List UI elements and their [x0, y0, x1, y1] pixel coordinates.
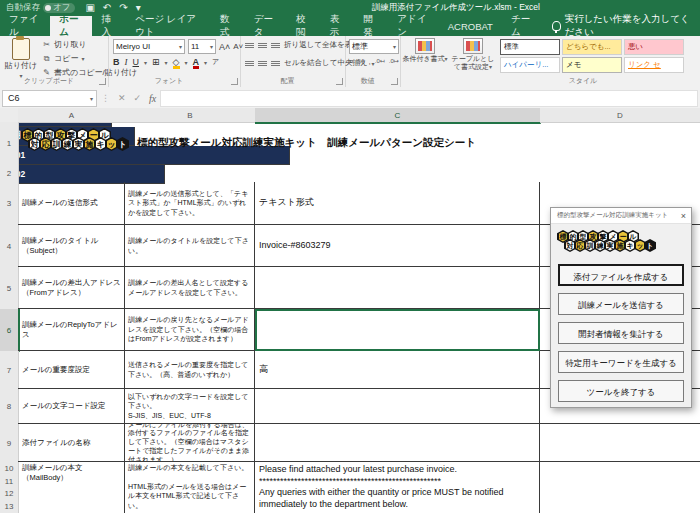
align-left-icon[interactable] — [245, 61, 254, 66]
conditional-formatting-button[interactable]: 条件付き書式▾ — [402, 38, 448, 63]
increase-decimal-icon[interactable]: .0↤ — [375, 57, 385, 66]
underline-button[interactable]: U — [133, 57, 140, 67]
row-header-6[interactable]: 6 — [0, 309, 20, 352]
align-center-icon[interactable] — [258, 61, 267, 66]
row-header-8[interactable]: 8 — [0, 389, 19, 425]
phonetic-guide-icon[interactable]: ア — [212, 57, 219, 67]
tab-developer[interactable]: 開発 — [355, 16, 389, 36]
formula-input[interactable] — [160, 90, 698, 107]
currency-icon[interactable]: ¤ — [349, 57, 353, 66]
exit-tool-button[interactable]: ツールを終了する — [558, 380, 684, 402]
cell-b9[interactable]: メールにファイルを添付する場合は、添付するファイルのファイル名を指定して下さい。… — [125, 424, 255, 462]
style-hyperlink[interactable]: ハイパーリ... — [500, 57, 560, 73]
row-header-1[interactable]: 1 — [0, 122, 19, 165]
cell-a10[interactable]: 訓練メールの本文 （MailBody） — [18, 462, 125, 513]
cell-b8[interactable]: 以下いずれかの文字コードを設定して下さい。 S-JIS、JIS、EUC、UTF-… — [125, 389, 255, 424]
tab-insert[interactable]: 挿入 — [92, 16, 126, 36]
align-top-icon[interactable] — [245, 43, 254, 48]
font-dialog-launcher-icon[interactable] — [231, 78, 238, 85]
fill-color-icon[interactable]: ◇ — [173, 57, 180, 67]
cell-c4[interactable]: Invoice-#8603279 — [255, 225, 540, 267]
cell-b7[interactable]: 送信されるメールの重要度を指定して下さい。（高、普通のいずれか） — [125, 351, 255, 389]
row-header-9[interactable]: 9 — [0, 424, 19, 463]
percent-icon[interactable]: % — [357, 57, 364, 66]
format-as-table-button[interactable]: テーブルとして書式設定▾ — [450, 38, 496, 71]
tab-review[interactable]: 校閲 — [287, 16, 321, 36]
comma-icon[interactable]: , — [369, 57, 371, 66]
row-header-7[interactable]: 7 — [0, 351, 19, 390]
cell-a3[interactable]: 訓練メールの送信形式 — [18, 182, 125, 225]
create-attachment-button[interactable]: 添付ファイルを作成する — [558, 264, 684, 286]
generate-keyword-button[interactable]: 特定用キーワードを生成する — [558, 351, 684, 373]
clipboard-dialog-launcher-icon[interactable] — [99, 78, 106, 85]
font-name-combo[interactable]: Meiryo UI▾ — [113, 39, 185, 54]
row-header-4[interactable]: 4 — [0, 225, 19, 268]
tab-formulas[interactable]: 数式 — [211, 16, 245, 36]
cell-a4[interactable]: 訓練メールのタイトル （Subject） — [18, 225, 125, 267]
row-header-2[interactable]: 2 — [0, 164, 19, 183]
italic-button[interactable]: I — [125, 57, 128, 67]
style-neutral[interactable]: どちらでも... — [562, 39, 622, 55]
cell-b4[interactable]: 訓練メールのタイトルを設定して下さい。 — [125, 225, 255, 267]
tab-team[interactable]: チーム — [502, 16, 544, 36]
row-header-5[interactable]: 5 — [0, 267, 19, 310]
cell-b5[interactable]: 訓練メールの差出人名として設定するメールアドレスを設定して下さい。 — [125, 267, 255, 309]
name-box[interactable]: C6▾ — [2, 90, 97, 107]
font-color-icon[interactable]: A — [193, 57, 200, 67]
cell-c7[interactable]: 高 — [255, 351, 540, 389]
align-bottom-icon[interactable] — [271, 43, 280, 48]
cell-c9[interactable] — [255, 424, 540, 462]
row-header-13[interactable]: 13 — [0, 500, 19, 513]
send-training-mail-button[interactable]: 訓練メールを送信する — [558, 293, 684, 315]
style-bad[interactable]: 悪い — [624, 39, 684, 55]
redo-icon[interactable]: ↷ — [119, 3, 127, 13]
cell-c5[interactable] — [255, 267, 540, 309]
cell-a5[interactable]: 訓練メールの差出人アドレス （Fromアドレス） — [18, 267, 125, 309]
tab-page-layout[interactable]: ページ レイアウト — [126, 16, 211, 36]
column-header-a[interactable]: A — [18, 108, 126, 123]
increase-font-icon[interactable]: A˄ — [219, 42, 230, 52]
row-header-10[interactable]: 10 — [0, 462, 19, 476]
tab-view[interactable]: 表示 — [321, 16, 355, 36]
tab-file[interactable]: ファイル — [0, 16, 50, 36]
row-header-12[interactable]: 12 — [0, 487, 19, 501]
alignment-dialog-launcher-icon[interactable] — [336, 78, 343, 85]
cell-a8[interactable]: メールの文字コード設定 — [18, 389, 125, 424]
style-normal[interactable]: 標準 — [500, 39, 560, 55]
tab-acrobat[interactable]: ACROBAT — [439, 16, 502, 36]
enter-formula-icon[interactable]: ✓ — [134, 93, 142, 103]
cell-d10[interactable] — [540, 462, 700, 513]
qat-customize-icon[interactable]: ▾ — [136, 3, 141, 13]
column-header-b[interactable]: B — [125, 108, 256, 123]
align-middle-icon[interactable] — [258, 43, 267, 48]
align-right-icon[interactable] — [271, 61, 280, 66]
paste-button[interactable]: 貼り付け▾ — [4, 38, 38, 78]
style-link[interactable]: リンク セ — [624, 57, 684, 73]
cell-c8[interactable] — [255, 389, 540, 424]
cell-d9[interactable] — [540, 424, 700, 462]
style-memo[interactable]: メモ — [562, 57, 622, 73]
cancel-formula-icon[interactable]: ✕ — [118, 93, 126, 103]
tab-home[interactable]: ホーム — [50, 16, 92, 36]
cell-b3[interactable]: 訓練メールの送信形式として、「テキスト形式」か「HTML形式」のいずれかを設定し… — [125, 182, 255, 225]
cell-a7[interactable]: メールの重要度設定 — [18, 351, 125, 389]
tab-addins[interactable]: アドイン — [388, 16, 438, 36]
dialog-title-bar[interactable]: 標的型攻撃メール対応訓練実施キット × — [551, 208, 691, 224]
bold-button[interactable]: B — [113, 57, 120, 67]
save-icon[interactable]: ▣ — [85, 3, 94, 13]
cell-c6-selected[interactable] — [255, 309, 540, 351]
cell-b6[interactable]: 訓練メールの戻り先となるメールアドレスを設定して下さい。（空欄の場合はFromア… — [125, 309, 255, 351]
cell-a6[interactable]: 訓練メールのReplyToアドレス — [18, 309, 125, 351]
cell-c10-mail-body[interactable]: Please find attached your latest purchas… — [255, 462, 540, 513]
undo-icon[interactable]: ↶ — [103, 3, 111, 13]
borders-icon[interactable]: ⊞ — [152, 57, 160, 67]
font-size-combo[interactable]: 11▾ — [188, 39, 216, 54]
insert-function-icon[interactable]: fx — [149, 93, 156, 104]
aggregate-openers-button[interactable]: 開封者情報を集計する — [558, 322, 684, 344]
row-header-3[interactable]: 3 — [0, 182, 19, 226]
decrease-decimal-icon[interactable]: .0↦ — [389, 57, 399, 66]
select-all-corner[interactable] — [0, 108, 19, 123]
name-box-dropdown-icon[interactable]: ▾ — [90, 95, 93, 102]
tab-data[interactable]: データ — [245, 16, 287, 36]
number-format-combo[interactable]: 標準▾ — [349, 39, 399, 54]
